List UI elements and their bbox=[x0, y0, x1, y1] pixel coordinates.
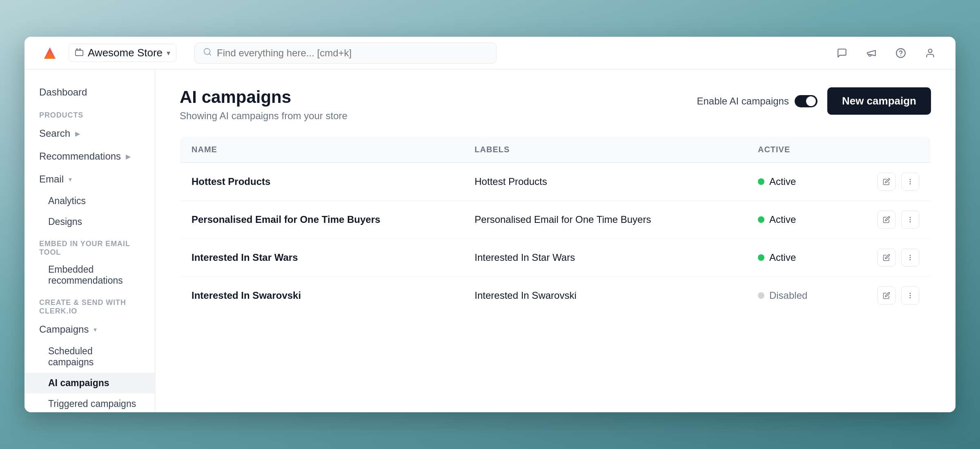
sidebar-sub-item-embedded[interactable]: Embedded recommendations bbox=[24, 259, 155, 291]
svg-point-7 bbox=[910, 181, 911, 182]
help-icon-button[interactable] bbox=[892, 44, 910, 62]
status-dot-icon bbox=[758, 292, 764, 299]
page-subtitle: Showing AI campaigns from your store bbox=[180, 110, 347, 122]
campaign-name-cell: Interested In Swarovski bbox=[180, 277, 463, 315]
campaign-label-text: Personalised Email for One Time Buyers bbox=[474, 214, 651, 225]
sidebar-item-search[interactable]: Search ▶ bbox=[24, 122, 155, 145]
search-bar[interactable] bbox=[194, 42, 497, 64]
sidebar-item-campaigns[interactable]: Campaigns ▾ bbox=[24, 318, 155, 341]
campaign-label-cell: Personalised Email for One Time Buyers bbox=[463, 201, 746, 239]
edit-button[interactable] bbox=[878, 211, 895, 229]
svg-point-10 bbox=[910, 219, 911, 220]
campaigns-chevron-icon: ▾ bbox=[94, 326, 97, 333]
campaign-name-cell: Personalised Email for One Time Buyers bbox=[180, 201, 463, 239]
more-options-button[interactable] bbox=[901, 173, 919, 191]
svg-point-15 bbox=[910, 293, 911, 294]
campaign-actions-cell bbox=[866, 201, 931, 239]
topbar: Awesome Store ▾ bbox=[24, 37, 956, 69]
campaign-name-cell: Hottest Products bbox=[180, 163, 463, 201]
row-actions bbox=[878, 211, 919, 229]
new-campaign-button[interactable]: New campaign bbox=[827, 87, 931, 115]
svg-point-5 bbox=[929, 49, 932, 53]
sidebar-sub-item-ai-campaigns[interactable]: AI campaigns bbox=[24, 373, 155, 393]
svg-point-12 bbox=[910, 255, 911, 256]
sidebar-sub-item-scheduled[interactable]: Scheduled campaigns bbox=[24, 341, 155, 373]
campaign-label-cell: Interested In Star Wars bbox=[463, 239, 746, 277]
campaign-status-cell: Active bbox=[746, 201, 866, 239]
status-text: Active bbox=[769, 252, 796, 263]
main-layout: Dashboard PRODUCTS Search ▶ Recommendati… bbox=[24, 69, 956, 412]
svg-point-17 bbox=[910, 298, 911, 298]
sidebar-section-products: PRODUCTS bbox=[24, 104, 155, 122]
edit-button[interactable] bbox=[878, 249, 895, 267]
col-header-actions bbox=[866, 137, 931, 163]
sidebar-sub-item-designs[interactable]: Designs bbox=[24, 211, 155, 232]
campaigns-label: Campaigns bbox=[39, 324, 89, 335]
table-row: Interested In Swarovski Interested In Sw… bbox=[180, 277, 931, 315]
campaign-actions-cell bbox=[866, 239, 931, 277]
message-icon-button[interactable] bbox=[833, 44, 851, 62]
sidebar-item-dashboard[interactable]: Dashboard bbox=[24, 81, 155, 104]
status-cell-wrap: Disabled bbox=[758, 290, 855, 301]
more-options-button[interactable] bbox=[901, 211, 919, 229]
recommendations-arrow-icon: ▶ bbox=[126, 153, 131, 160]
status-cell-wrap: Active bbox=[758, 176, 855, 187]
chevron-down-icon: ▾ bbox=[167, 49, 170, 58]
dashboard-label: Dashboard bbox=[39, 87, 87, 98]
campaign-actions-cell bbox=[866, 163, 931, 201]
svg-point-13 bbox=[910, 257, 911, 258]
page-title: AI campaigns bbox=[180, 87, 347, 107]
enable-ai-campaigns-label: Enable AI campaigns bbox=[697, 96, 788, 107]
campaigns-table: NAME LABELS ACTIVE Hottest Products Hott… bbox=[180, 136, 931, 315]
campaign-label-text: Interested In Star Wars bbox=[474, 252, 575, 263]
table-row: Personalised Email for One Time Buyers P… bbox=[180, 201, 931, 239]
status-text: Active bbox=[769, 176, 796, 187]
sidebar: Dashboard PRODUCTS Search ▶ Recommendati… bbox=[24, 69, 155, 412]
campaign-status-cell: Active bbox=[746, 163, 866, 201]
col-header-active: ACTIVE bbox=[746, 137, 866, 163]
svg-point-6 bbox=[910, 179, 911, 180]
status-cell-wrap: Active bbox=[758, 214, 855, 225]
sidebar-sub-item-triggered[interactable]: Triggered campaigns bbox=[24, 393, 155, 412]
row-actions bbox=[878, 287, 919, 305]
sidebar-item-recommendations[interactable]: Recommendations ▶ bbox=[24, 145, 155, 168]
table-row: Hottest Products Hottest Products Active bbox=[180, 163, 931, 201]
recommendations-label: Recommendations bbox=[39, 151, 121, 162]
app-logo-icon bbox=[41, 44, 59, 62]
header-actions: Enable AI campaigns New campaign bbox=[697, 87, 931, 115]
email-label: Email bbox=[39, 173, 64, 185]
user-icon-button[interactable] bbox=[921, 44, 939, 62]
svg-point-16 bbox=[910, 295, 911, 296]
search-input[interactable] bbox=[217, 47, 488, 59]
status-dot-icon bbox=[758, 254, 764, 261]
edit-button[interactable] bbox=[878, 287, 895, 305]
search-nav-label: Search bbox=[39, 128, 70, 139]
megaphone-icon-button[interactable] bbox=[862, 44, 880, 62]
logo-area bbox=[41, 44, 59, 62]
enable-toggle-wrap: Enable AI campaigns bbox=[697, 95, 817, 107]
store-selector[interactable]: Awesome Store ▾ bbox=[69, 44, 176, 62]
sidebar-item-email[interactable]: Email ▾ bbox=[24, 168, 155, 191]
more-options-button[interactable] bbox=[901, 249, 919, 267]
search-icon bbox=[203, 47, 212, 59]
app-window: Awesome Store ▾ bbox=[24, 37, 956, 412]
svg-point-14 bbox=[910, 260, 911, 260]
campaign-name-text: Interested In Swarovski bbox=[192, 290, 301, 301]
more-options-button[interactable] bbox=[901, 287, 919, 305]
sidebar-sub-item-analytics[interactable]: Analytics bbox=[24, 191, 155, 211]
table-row: Interested In Star Wars Interested In St… bbox=[180, 239, 931, 277]
svg-rect-0 bbox=[76, 50, 83, 56]
edit-button[interactable] bbox=[878, 173, 895, 191]
campaign-label-text: Hottest Products bbox=[474, 176, 547, 187]
status-text: Active bbox=[769, 214, 796, 225]
status-text: Disabled bbox=[769, 290, 807, 301]
status-dot-icon bbox=[758, 178, 764, 185]
campaign-name-text: Hottest Products bbox=[192, 176, 270, 187]
topbar-actions bbox=[833, 44, 939, 62]
campaign-status-cell: Disabled bbox=[746, 277, 866, 315]
sidebar-embed-label: EMBED IN YOUR EMAIL TOOL bbox=[24, 232, 155, 259]
campaign-label-text: Interested In Swarovski bbox=[474, 290, 576, 301]
enable-ai-campaigns-toggle[interactable] bbox=[795, 95, 817, 107]
campaign-status-cell: Active bbox=[746, 239, 866, 277]
campaign-name-text: Personalised Email for One Time Buyers bbox=[192, 214, 380, 225]
